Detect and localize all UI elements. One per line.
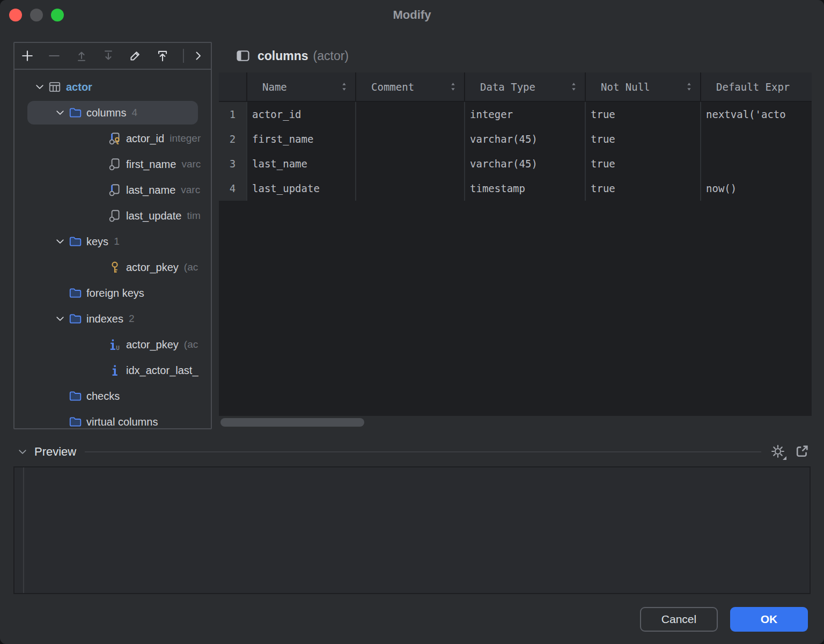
column-header-label: Data Type (480, 81, 535, 93)
open-in-new-window-icon (794, 444, 810, 460)
column-icon (107, 209, 123, 223)
chevron-down-icon[interactable] (33, 82, 47, 92)
tree-item-actor[interactable]: actor (14, 74, 211, 100)
column-indexed-icon (107, 183, 123, 197)
tree-item-count: 1 (114, 236, 120, 247)
cell-comment[interactable] (355, 102, 464, 127)
remove-button[interactable] (47, 48, 62, 64)
column-header-not_null[interactable]: Not Null (585, 72, 700, 102)
column-header-comment[interactable]: Comment (355, 72, 464, 102)
tree-item-count: 2 (129, 313, 135, 325)
tree-item-first-name[interactable]: first_namevarc (14, 151, 211, 177)
svg-text:U: U (116, 345, 120, 352)
cell-comment[interactable] (355, 151, 464, 176)
cell-not_null[interactable]: true (585, 151, 700, 176)
cell-not_null[interactable]: true (585, 127, 700, 151)
column-key-icon (107, 131, 123, 145)
tree-item-detail: tim (187, 210, 200, 222)
tree-item-actor-id[interactable]: actor_idinteger (14, 126, 211, 151)
preview-separator (85, 451, 761, 452)
move-up-icon (75, 49, 89, 63)
gear-dropdown-triangle (783, 456, 786, 460)
cell-data_type[interactable]: integer (464, 102, 585, 127)
window-title: Modify (0, 0, 824, 30)
cell-not_null[interactable]: true (585, 102, 700, 127)
cell-not_null[interactable]: true (585, 176, 700, 201)
chevron-down-icon[interactable] (53, 236, 67, 247)
dialog-window: Modify actorcolumns4actor_idintegerfirst… (0, 0, 824, 644)
tree-item-label: foreign keys (86, 287, 144, 299)
tree-item-actor-pkey[interactable]: actor_pkey(ac (14, 254, 211, 280)
edit-icon (128, 49, 142, 63)
preview-open-in-window-button[interactable] (793, 443, 811, 460)
cell-default_expr[interactable] (700, 151, 812, 176)
cell-default_expr[interactable] (700, 127, 812, 151)
column-header-default_expr[interactable]: Default Expr (700, 72, 812, 102)
move-down-icon (101, 49, 115, 63)
tree-item-last-update[interactable]: last_updatetim (14, 203, 211, 229)
chevron-down-icon[interactable] (53, 313, 67, 324)
tree-item-columns[interactable]: columns4 (14, 100, 211, 126)
tree-item-virtual-columns[interactable]: virtual columns (14, 409, 211, 429)
tree-item-last-name[interactable]: last_namevarc (14, 177, 211, 203)
toolbar-divider (183, 49, 184, 63)
row-number: 3 (219, 151, 246, 176)
row-number: 4 (219, 176, 246, 201)
cancel-button[interactable]: Cancel (640, 607, 718, 632)
cell-data_type[interactable]: timestamp (464, 176, 585, 201)
chevron-down-icon[interactable] (53, 107, 67, 118)
column-header-data_type[interactable]: Data Type (464, 72, 585, 102)
cell-comment[interactable] (355, 176, 464, 201)
row-number: 1 (219, 102, 246, 127)
move-down-button[interactable] (101, 48, 116, 64)
preview-settings-button[interactable] (769, 443, 787, 461)
tree-item-count: 4 (131, 107, 137, 119)
cell-name[interactable]: last_update (246, 176, 355, 201)
tree-item-idx-actor-last-[interactable]: idx_actor_last_ (14, 357, 211, 383)
index-unique-icon: U (107, 338, 123, 352)
more-button[interactable] (190, 48, 205, 64)
tree-item-foreign-keys[interactable]: foreign keys (14, 280, 211, 306)
columns-icon (235, 48, 251, 63)
ok-button[interactable]: OK (730, 607, 808, 632)
tree-item-indexes[interactable]: indexes2 (14, 306, 211, 332)
cell-name[interactable]: first_name (246, 127, 355, 151)
sort-icon[interactable] (341, 81, 348, 92)
cell-name[interactable]: actor_id (246, 102, 355, 127)
cell-name[interactable]: last_name (246, 151, 355, 176)
tree-item-detail: varc (181, 158, 201, 170)
preview-header: Preview (16, 443, 811, 460)
column-header-label: Not Null (601, 81, 650, 93)
add-button[interactable] (20, 48, 35, 64)
cell-default_expr[interactable]: now() (700, 176, 812, 201)
tree-item-checks[interactable]: checks (14, 383, 211, 409)
tree-toolbar (14, 43, 211, 70)
cell-default_expr[interactable]: nextval('acto (700, 102, 812, 127)
tree-item-label: indexes (86, 313, 123, 325)
cell-data_type[interactable]: varchar(45) (464, 151, 585, 176)
preview-collapse-chevron-icon[interactable] (16, 447, 29, 457)
open-in-editor-button[interactable] (154, 48, 170, 64)
columns-grid: NameCommentData TypeNot NullDefault Expr… (219, 72, 812, 416)
column-header-name[interactable]: Name (246, 72, 355, 102)
tree-item-actor-pkey[interactable]: Uactor_pkey(ac (14, 332, 211, 357)
cell-data_type[interactable]: varchar(45) (464, 127, 585, 151)
move-up-button[interactable] (74, 48, 89, 64)
tree-item-detail: integer (170, 133, 201, 144)
horizontal-scrollbar[interactable] (220, 418, 364, 427)
column-header-label: Name (262, 81, 287, 93)
preview-editor[interactable] (13, 466, 811, 594)
cell-comment[interactable] (355, 127, 464, 151)
folder-icon (67, 389, 83, 403)
folder-icon (67, 415, 83, 429)
sort-icon[interactable] (570, 81, 577, 92)
sort-icon[interactable] (450, 81, 457, 92)
edit-button[interactable] (128, 48, 143, 64)
tree-item-label: first_name (126, 158, 176, 171)
tree-item-label: virtual columns (86, 416, 158, 428)
sort-icon[interactable] (686, 81, 693, 92)
tree-item-label: actor (66, 81, 92, 93)
tree-item-detail: (ac (184, 261, 198, 273)
tree-item-keys[interactable]: keys1 (14, 229, 211, 254)
grid-title: columns (258, 49, 308, 63)
